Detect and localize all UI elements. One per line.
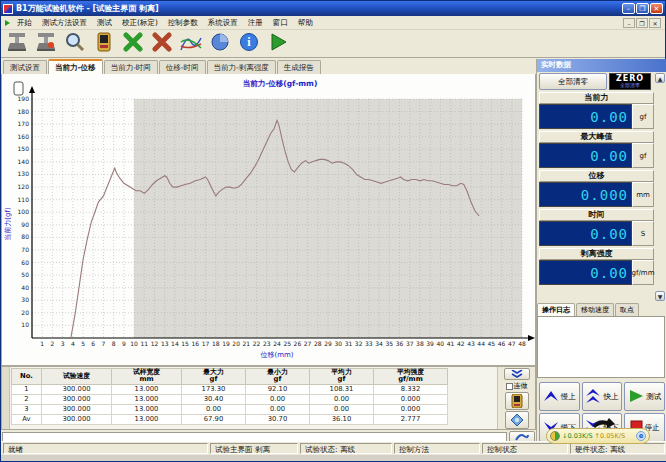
cell-3-5: 36.10 <box>310 414 374 424</box>
col-header-0: No. <box>12 369 42 385</box>
realtime-panel-title: 实时数据 <box>537 59 666 72</box>
cell-1-6: 0.000 <box>374 394 448 404</box>
menu-item-8[interactable]: 帮助 <box>294 17 317 29</box>
force-displacement-chart: 1020304050607080901001101201301401501601… <box>2 74 535 365</box>
scroll-down-icon[interactable]: ▼ <box>655 291 665 301</box>
tab-1[interactable]: 当前力-位移 <box>48 59 103 74</box>
svg-text:140: 140 <box>18 158 30 165</box>
field-unit-1: gf <box>632 143 654 168</box>
svg-text:28: 28 <box>314 340 322 347</box>
svg-text:2: 2 <box>51 340 55 347</box>
menu-item-6[interactable]: 注册 <box>244 17 267 29</box>
svg-text:41: 41 <box>447 340 455 347</box>
note-icon[interactable] <box>14 82 23 95</box>
cell-3-6: 2.777 <box>374 414 448 424</box>
svg-text:40: 40 <box>21 284 29 291</box>
svg-text:43: 43 <box>467 340 475 347</box>
field-value-4: 0.00 <box>539 260 632 285</box>
table-row-1[interactable]: 2300.00013.00030.400.000.000.000 <box>12 394 448 404</box>
tab-3[interactable]: 位移-时间 <box>159 60 206 74</box>
speed-orb-icon <box>550 431 560 441</box>
jog-label-1: 快上 <box>603 392 618 402</box>
toolbar-report-button[interactable] <box>91 32 117 56</box>
svg-text:31: 31 <box>345 340 353 347</box>
cell-0-0: 1 <box>12 384 42 394</box>
svg-text:1: 1 <box>40 340 44 347</box>
cell-2-1: 300.000 <box>42 404 112 414</box>
view-tabstrip: 测试设置当前力-位移当前力-时间位移-时间当前力-剥离强度生成报告 <box>1 59 536 74</box>
status-segment-2: 试验状态: 离线 <box>300 443 392 454</box>
cell-1-1: 300.000 <box>42 394 112 404</box>
log-tab-2[interactable]: 取点 <box>615 303 639 316</box>
jog-button-0[interactable]: 慢上 <box>539 382 580 411</box>
tab-4[interactable]: 当前力-剥离强度 <box>207 60 276 74</box>
tab-5[interactable]: 生成报告 <box>277 60 321 74</box>
menu-item-4[interactable]: 控制参数 <box>164 17 202 29</box>
tab-0[interactable]: 测试设置 <box>3 60 47 74</box>
restore-button[interactable]: ❐ <box>636 3 649 14</box>
svg-text:23: 23 <box>263 340 271 347</box>
jog-button-2[interactable]: 测试 <box>624 382 665 411</box>
minimize-button[interactable]: – <box>622 3 635 14</box>
cell-2-4: 0.00 <box>246 404 310 414</box>
svg-text:180: 180 <box>18 108 30 115</box>
realtime-field-0: 当前力0.00gf <box>539 92 654 129</box>
menu-item-0[interactable]: 开始 <box>13 17 36 29</box>
table-row-3[interactable]: Av300.00013.00067.9030.7036.102.777 <box>12 414 448 424</box>
report-button[interactable] <box>505 392 529 410</box>
toolbar-info-button[interactable]: i <box>236 32 262 56</box>
mdi-minimize-button[interactable]: – <box>623 18 635 28</box>
export-button[interactable] <box>505 411 529 429</box>
toolbar-zoom-button[interactable] <box>62 32 88 56</box>
toolbar-press-button[interactable] <box>4 32 30 56</box>
panel-scrollbar[interactable]: ▲ ▼ <box>654 72 666 302</box>
col-header-6: 平均强度gf/mm <box>374 369 448 385</box>
table-splitter[interactable] <box>2 367 10 429</box>
svg-text:90: 90 <box>21 221 29 228</box>
toolbar-start-button[interactable] <box>265 32 291 56</box>
log-tab-0[interactable]: 操作日志 <box>537 303 575 316</box>
continuous-checkbox[interactable]: 连做 <box>506 381 528 391</box>
log-tab-1[interactable]: 移动速度 <box>576 303 614 316</box>
mdi-restore-button[interactable]: ❐ <box>636 18 648 28</box>
field-label-0: 当前力 <box>539 92 654 104</box>
svg-text:37: 37 <box>406 340 414 347</box>
menu-item-5[interactable]: 系统设置 <box>204 17 242 29</box>
toolbar-clear-green-button[interactable] <box>120 32 146 56</box>
table-row-0[interactable]: 1300.00013.000173.3092.10108.318.332 <box>12 384 448 394</box>
menu-item-3[interactable]: 校正(标定) <box>118 17 162 29</box>
zero-all-button[interactable]: 全部清零 <box>539 73 607 90</box>
cell-1-0: 2 <box>12 394 42 404</box>
status-segment-3: 控制方法 <box>394 443 480 454</box>
cell-1-2: 13.000 <box>112 394 182 404</box>
toolbar-pie-chart-button[interactable] <box>207 32 233 56</box>
zero-button[interactable]: ZERO 全部清零 <box>609 73 651 90</box>
menu-item-7[interactable]: 窗口 <box>269 17 292 29</box>
toolbar-press-calibrate-button[interactable] <box>33 32 59 56</box>
menu-item-2[interactable]: 测试 <box>93 17 116 29</box>
jog-label-2: 测试 <box>646 392 661 402</box>
field-display-4: 0.00gf/mm <box>539 260 654 285</box>
cell-3-3: 67.90 <box>182 414 246 424</box>
jog-button-1[interactable]: 快上 <box>582 382 623 411</box>
browser-icon: e <box>636 431 646 441</box>
press-icon <box>6 32 28 56</box>
scroll-up-icon[interactable]: ▲ <box>655 73 665 83</box>
close-button[interactable]: ✕ <box>650 3 663 14</box>
toolbar-curve-button[interactable] <box>178 32 204 56</box>
field-value-3: 0.00 <box>539 221 632 246</box>
mouse-cursor-icon <box>593 418 615 432</box>
cell-2-2: 13.000 <box>112 404 182 414</box>
collapse-table-button[interactable] <box>504 368 530 380</box>
mdi-close-button[interactable]: ✕ <box>649 18 661 28</box>
cell-1-4: 0.00 <box>246 394 310 404</box>
table-side-controls: 连做 <box>497 367 535 429</box>
table-row-2[interactable]: 3300.00013.0000.000.000.000.000 <box>12 404 448 414</box>
svg-text:15: 15 <box>181 340 189 347</box>
tab-2[interactable]: 当前力-时间 <box>104 60 158 74</box>
toolbar-clear-red-button[interactable] <box>149 32 175 56</box>
operation-log-list[interactable] <box>537 316 665 378</box>
svg-text:40: 40 <box>437 340 445 347</box>
zoom-icon <box>64 32 86 56</box>
menu-item-1[interactable]: 测试方法设置 <box>38 17 91 29</box>
